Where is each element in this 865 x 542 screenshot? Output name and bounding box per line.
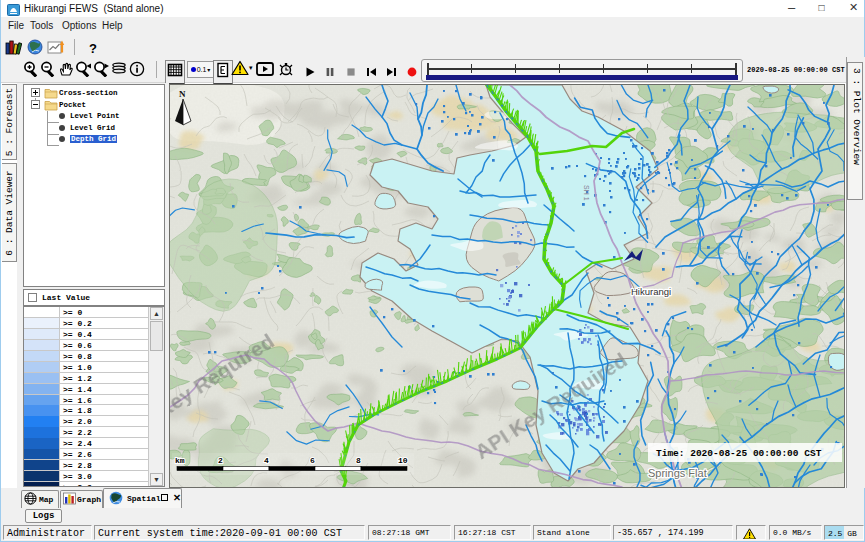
svg-text:SH 1: SH 1: [583, 185, 590, 201]
svg-text:2: 2: [218, 456, 223, 465]
svg-text:6: 6: [310, 456, 315, 465]
svg-text:4: 4: [264, 456, 269, 465]
svg-text:Hikurangi: Hikurangi: [631, 286, 671, 297]
svg-text:Springs Flat: Springs Flat: [648, 467, 707, 479]
svg-text:Time: 2020-08-25 00:00:00 CST: Time: 2020-08-25 00:00:00 CST: [656, 448, 822, 459]
svg-text:10: 10: [398, 456, 408, 465]
svg-text:km: km: [175, 456, 185, 465]
svg-text:N: N: [179, 89, 186, 99]
svg-text:8: 8: [356, 456, 361, 465]
